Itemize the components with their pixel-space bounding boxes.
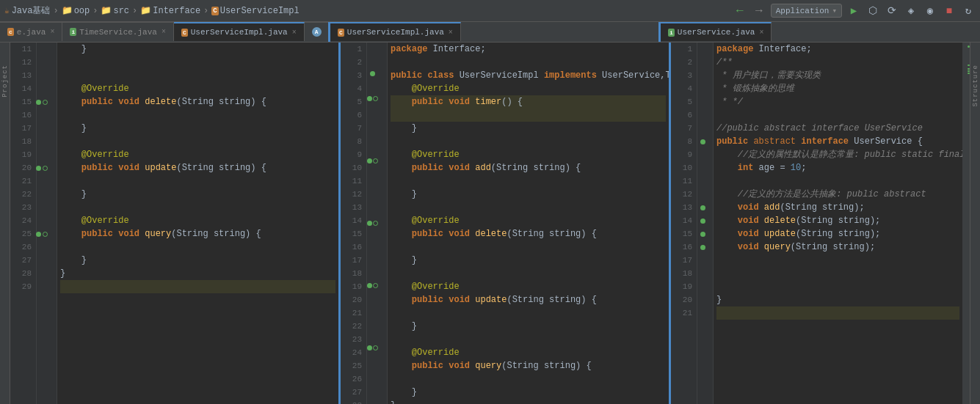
right-code-content[interactable]: package Interface; /** * 用户接口，需要实现类 * 锻炼… xyxy=(714,43,962,404)
code-line: @Override xyxy=(60,148,335,161)
code-line: } xyxy=(716,293,959,306)
code-line xyxy=(391,240,666,254)
code-line: @Override xyxy=(391,214,666,227)
profile-button[interactable]: ◉ xyxy=(923,4,937,18)
code-line xyxy=(60,175,335,188)
breadcrumb-item-oop[interactable]: 📁 oop xyxy=(62,5,90,16)
tab-e-java[interactable]: c e.java × xyxy=(0,22,62,41)
code-line xyxy=(716,175,959,188)
coverage-button[interactable]: ◈ xyxy=(904,4,918,18)
code-line xyxy=(60,201,335,214)
tab-userserviceimpl-middle-label: UserServiceImpl.java xyxy=(347,28,444,37)
tab-userserviceimpl-left-close[interactable]: × xyxy=(292,29,297,37)
project-side-panel: Project xyxy=(0,43,10,404)
tab-timeservice[interactable]: i TimeService.java × xyxy=(62,22,173,41)
middle-editor-panel: 1 2 3 4 5 6 7 8 9 10 11 12 13 14 15 16 1 xyxy=(341,43,671,404)
tab-e-java-close[interactable]: × xyxy=(50,28,54,36)
forward-icon: → xyxy=(755,4,763,18)
breadcrumb-item-class[interactable]: C UserServiceImpl xyxy=(211,6,299,16)
tab-userserviceimpl-left-icon: C xyxy=(181,29,188,37)
breadcrumb-item-java[interactable]: ☕ Java基础 xyxy=(4,4,50,17)
code-line xyxy=(716,280,959,293)
tab-a[interactable]: A xyxy=(305,22,330,41)
coverage-icon: ◈ xyxy=(908,4,914,17)
breadcrumb: ☕ Java基础 › 📁 oop › 📁 src › 📁 Interface ›… xyxy=(4,4,730,17)
code-line: public class UserServiceImpl implements … xyxy=(391,69,666,82)
code-line xyxy=(391,306,666,320)
code-line-highlighted xyxy=(716,306,959,320)
code-line: void add(String string); xyxy=(716,201,959,214)
profile-icon: ◉ xyxy=(927,4,933,17)
tab-a-icon: A xyxy=(312,27,322,37)
code-line xyxy=(716,109,959,122)
code-line: } xyxy=(391,399,666,404)
code-line: } xyxy=(60,267,335,280)
code-line: public void delete(String string) { xyxy=(60,95,335,109)
left-code-content[interactable]: } @Override public void delete(String st… xyxy=(57,43,338,404)
run-configuration[interactable]: Application ▾ xyxy=(771,4,842,18)
tab-userserviceimpl-left[interactable]: C UserServiceImpl.java × xyxy=(174,22,305,41)
run-button[interactable]: ▶ xyxy=(846,4,861,18)
tab-bars: c e.java × i TimeService.java × C UserSe… xyxy=(0,22,980,43)
forward-button[interactable]: → xyxy=(752,4,766,18)
code-line: } xyxy=(60,188,335,201)
code-line xyxy=(391,267,666,280)
right-scrollbar[interactable] xyxy=(962,43,970,404)
code-line xyxy=(60,109,335,122)
code-line xyxy=(391,372,666,386)
code-line xyxy=(716,267,959,280)
right-code-area[interactable]: 1 2 3 4 5 6 7 8 9 10 11 12 13 14 15 16 1 xyxy=(671,43,970,404)
tab-userserviceimpl-left-label: UserServiceImpl.java xyxy=(191,28,288,37)
code-line: package Interface; xyxy=(391,43,666,56)
tab-userservice-right-label: UserService.java xyxy=(678,28,755,37)
code-line: } xyxy=(391,254,666,267)
middle-line-numbers: 1 2 3 4 5 6 7 8 9 10 11 12 13 14 15 16 1 xyxy=(341,43,367,404)
toolbar-right: ← → Application ▾ ▶ ⬡ ⟳ ◈ ◉ ■ ↻ xyxy=(733,4,976,18)
tab-userservice-right-close[interactable]: × xyxy=(759,29,763,37)
structure-label: Structure xyxy=(972,65,979,107)
debug-button[interactable]: ⬡ xyxy=(865,4,880,18)
tab-userservice-right-icon: i xyxy=(668,29,675,37)
build-button[interactable]: ⟳ xyxy=(885,4,899,18)
override-mark-25 xyxy=(36,232,41,237)
tab-timeservice-close[interactable]: × xyxy=(161,28,166,36)
tab-e-java-icon: c xyxy=(7,28,14,36)
code-line: * 锻炼抽象的思维 xyxy=(716,82,959,95)
right-gutter xyxy=(697,43,714,404)
code-line: public void delete(String string) { xyxy=(391,227,666,240)
back-icon: ← xyxy=(736,4,744,18)
code-line xyxy=(391,333,666,346)
code-line: @Override xyxy=(391,280,666,293)
code-line: void delete(String string); xyxy=(716,214,959,227)
tab-timeservice-icon: i xyxy=(70,28,76,36)
sync-button[interactable]: ↻ xyxy=(961,4,976,18)
middle-gutter xyxy=(367,43,388,404)
breadcrumb-item-src[interactable]: 📁 src xyxy=(101,5,129,16)
tab-e-java-label: e.java xyxy=(17,28,46,37)
back-button[interactable]: ← xyxy=(733,4,747,18)
left-tab-bar: c e.java × i TimeService.java × C UserSe… xyxy=(0,22,330,42)
middle-code-content[interactable]: package Interface; public class UserServ… xyxy=(388,43,669,404)
code-line: } xyxy=(60,122,335,135)
left-code-area[interactable]: 11 12 13 14 15 16 17 18 19 20 21 22 23 2… xyxy=(10,43,338,404)
code-line xyxy=(60,135,335,148)
build-icon: ⟳ xyxy=(888,4,896,17)
sync-icon: ↻ xyxy=(965,4,971,17)
tab-userservice-right[interactable]: i UserService.java × xyxy=(661,22,772,41)
code-line xyxy=(60,69,335,82)
impl-mark-25 xyxy=(43,232,48,237)
code-line xyxy=(60,56,335,69)
tab-userserviceimpl-middle[interactable]: C UserServiceImpl.java × xyxy=(330,22,461,41)
breadcrumb-item-interface[interactable]: 📁 Interface xyxy=(140,5,200,16)
code-line: void query(String string); xyxy=(716,240,959,254)
run-icon: ▶ xyxy=(851,4,857,17)
tab-userserviceimpl-middle-close[interactable]: × xyxy=(449,29,453,37)
code-line: public void update(String string) { xyxy=(60,161,335,175)
code-line xyxy=(391,201,666,214)
run-config-dropdown-icon: ▾ xyxy=(832,6,837,15)
stop-button[interactable]: ■ xyxy=(942,4,957,18)
code-line: @Override xyxy=(391,148,666,161)
impl-mark-20 xyxy=(43,166,48,171)
middle-code-area[interactable]: 1 2 3 4 5 6 7 8 9 10 11 12 13 14 15 16 1 xyxy=(341,43,669,404)
class-mark-3 xyxy=(370,71,375,76)
